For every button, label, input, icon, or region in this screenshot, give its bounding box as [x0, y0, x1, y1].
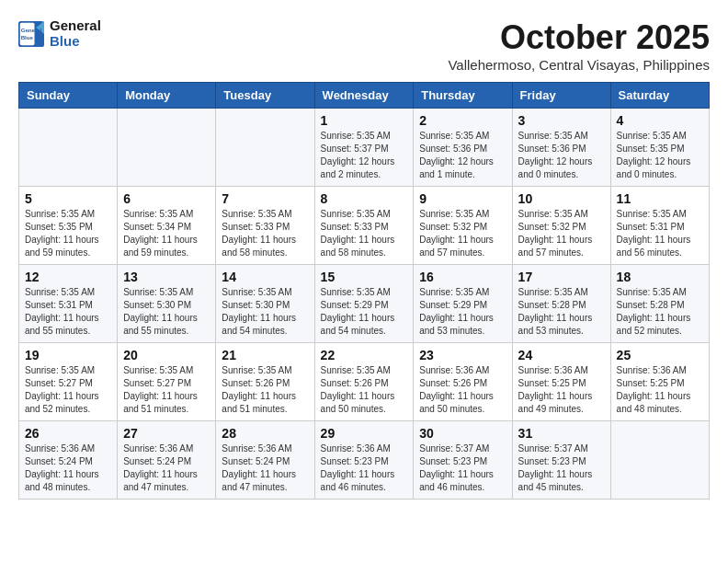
day-header: Wednesday [314, 83, 414, 109]
calendar-week-row: 26Sunrise: 5:36 AM Sunset: 5:24 PM Dayli… [19, 421, 710, 500]
day-info: Sunrise: 5:35 AM Sunset: 5:31 PM Dayligh… [617, 208, 703, 259]
calendar-cell: 11Sunrise: 5:35 AM Sunset: 5:31 PM Dayli… [610, 187, 709, 265]
calendar-week-row: 12Sunrise: 5:35 AM Sunset: 5:31 PM Dayli… [19, 265, 710, 343]
page-header: General Blue General Blue October 2025 V… [18, 18, 710, 73]
calendar-cell: 18Sunrise: 5:35 AM Sunset: 5:28 PM Dayli… [610, 265, 709, 343]
day-number: 1 [321, 113, 408, 128]
calendar-cell: 1Sunrise: 5:35 AM Sunset: 5:37 PM Daylig… [314, 109, 414, 187]
logo-icon: General Blue [18, 21, 44, 47]
calendar-cell: 8Sunrise: 5:35 AM Sunset: 5:33 PM Daylig… [314, 187, 414, 265]
calendar-cell: 22Sunrise: 5:35 AM Sunset: 5:26 PM Dayli… [314, 343, 414, 421]
calendar-cell: 17Sunrise: 5:35 AM Sunset: 5:28 PM Dayli… [512, 265, 610, 343]
day-number: 25 [617, 348, 703, 362]
calendar-cell [118, 109, 216, 187]
day-info: Sunrise: 5:35 AM Sunset: 5:36 PM Dayligh… [518, 130, 605, 181]
day-info: Sunrise: 5:35 AM Sunset: 5:28 PM Dayligh… [518, 286, 605, 338]
calendar-cell: 31Sunrise: 5:37 AM Sunset: 5:23 PM Dayli… [512, 421, 610, 500]
day-info: Sunrise: 5:36 AM Sunset: 5:25 PM Dayligh… [518, 364, 605, 416]
calendar-cell [216, 109, 314, 187]
day-info: Sunrise: 5:37 AM Sunset: 5:23 PM Dayligh… [518, 442, 605, 494]
day-number: 3 [518, 113, 605, 128]
day-info: Sunrise: 5:35 AM Sunset: 5:35 PM Dayligh… [617, 130, 703, 181]
calendar-cell: 24Sunrise: 5:36 AM Sunset: 5:25 PM Dayli… [512, 343, 610, 421]
day-number: 19 [25, 348, 111, 362]
day-number: 27 [123, 426, 210, 441]
day-number: 6 [123, 191, 210, 206]
title-area: October 2025 Vallehermoso, Central Visay… [448, 18, 710, 73]
day-number: 12 [25, 270, 111, 284]
day-info: Sunrise: 5:35 AM Sunset: 5:28 PM Dayligh… [617, 286, 703, 338]
day-number: 31 [518, 426, 605, 441]
day-info: Sunrise: 5:35 AM Sunset: 5:30 PM Dayligh… [123, 286, 210, 338]
day-info: Sunrise: 5:36 AM Sunset: 5:24 PM Dayligh… [25, 442, 111, 494]
day-info: Sunrise: 5:36 AM Sunset: 5:26 PM Dayligh… [419, 364, 506, 416]
day-info: Sunrise: 5:35 AM Sunset: 5:29 PM Dayligh… [419, 286, 506, 338]
calendar-cell: 7Sunrise: 5:35 AM Sunset: 5:33 PM Daylig… [216, 187, 314, 265]
day-info: Sunrise: 5:36 AM Sunset: 5:23 PM Dayligh… [321, 442, 408, 494]
day-info: Sunrise: 5:35 AM Sunset: 5:34 PM Dayligh… [123, 208, 210, 259]
day-info: Sunrise: 5:36 AM Sunset: 5:25 PM Dayligh… [617, 364, 703, 416]
calendar-cell: 25Sunrise: 5:36 AM Sunset: 5:25 PM Dayli… [610, 343, 709, 421]
day-info: Sunrise: 5:35 AM Sunset: 5:31 PM Dayligh… [25, 286, 111, 338]
day-info: Sunrise: 5:35 AM Sunset: 5:26 PM Dayligh… [321, 364, 408, 416]
day-header: Friday [512, 83, 610, 109]
day-info: Sunrise: 5:35 AM Sunset: 5:32 PM Dayligh… [419, 208, 506, 259]
calendar-cell: 30Sunrise: 5:37 AM Sunset: 5:23 PM Dayli… [414, 421, 512, 500]
day-info: Sunrise: 5:35 AM Sunset: 5:35 PM Dayligh… [25, 208, 111, 259]
calendar-week-row: 5Sunrise: 5:35 AM Sunset: 5:35 PM Daylig… [19, 187, 710, 265]
calendar-cell: 2Sunrise: 5:35 AM Sunset: 5:36 PM Daylig… [414, 109, 512, 187]
calendar-cell: 5Sunrise: 5:35 AM Sunset: 5:35 PM Daylig… [19, 187, 118, 265]
calendar-cell [19, 109, 118, 187]
day-number: 9 [419, 191, 506, 206]
day-number: 20 [123, 348, 210, 362]
day-info: Sunrise: 5:35 AM Sunset: 5:32 PM Dayligh… [518, 208, 605, 259]
calendar-cell: 9Sunrise: 5:35 AM Sunset: 5:32 PM Daylig… [414, 187, 512, 265]
calendar-cell: 15Sunrise: 5:35 AM Sunset: 5:29 PM Dayli… [314, 265, 414, 343]
day-info: Sunrise: 5:35 AM Sunset: 5:30 PM Dayligh… [222, 286, 308, 338]
day-info: Sunrise: 5:35 AM Sunset: 5:27 PM Dayligh… [25, 364, 111, 416]
day-info: Sunrise: 5:35 AM Sunset: 5:33 PM Dayligh… [321, 208, 408, 259]
day-info: Sunrise: 5:37 AM Sunset: 5:23 PM Dayligh… [419, 442, 506, 494]
calendar-cell: 3Sunrise: 5:35 AM Sunset: 5:36 PM Daylig… [512, 109, 610, 187]
svg-text:Blue: Blue [21, 34, 34, 40]
day-number: 28 [222, 426, 308, 441]
day-info: Sunrise: 5:35 AM Sunset: 5:33 PM Dayligh… [222, 208, 308, 259]
calendar-cell: 10Sunrise: 5:35 AM Sunset: 5:32 PM Dayli… [512, 187, 610, 265]
day-number: 22 [321, 348, 408, 362]
calendar-cell: 14Sunrise: 5:35 AM Sunset: 5:30 PM Dayli… [216, 265, 314, 343]
day-number: 2 [419, 113, 506, 128]
day-number: 29 [321, 426, 408, 441]
day-number: 21 [222, 348, 308, 362]
day-header: Monday [118, 83, 216, 109]
calendar-week-row: 1Sunrise: 5:35 AM Sunset: 5:37 PM Daylig… [19, 109, 710, 187]
day-info: Sunrise: 5:36 AM Sunset: 5:24 PM Dayligh… [222, 442, 308, 494]
day-number: 18 [617, 270, 703, 284]
day-number: 13 [123, 270, 210, 284]
day-number: 16 [419, 270, 506, 284]
calendar-cell: 16Sunrise: 5:35 AM Sunset: 5:29 PM Dayli… [414, 265, 512, 343]
day-number: 17 [518, 270, 605, 284]
calendar-cell [610, 421, 709, 500]
day-header: Sunday [19, 83, 118, 109]
day-number: 23 [419, 348, 506, 362]
calendar-table: SundayMondayTuesdayWednesdayThursdayFrid… [18, 82, 710, 500]
day-number: 15 [321, 270, 408, 284]
day-number: 5 [25, 191, 111, 206]
calendar-cell: 29Sunrise: 5:36 AM Sunset: 5:23 PM Dayli… [314, 421, 414, 500]
day-number: 24 [518, 348, 605, 362]
day-number: 10 [518, 191, 605, 206]
calendar-cell: 26Sunrise: 5:36 AM Sunset: 5:24 PM Dayli… [19, 421, 118, 500]
logo: General Blue General Blue [18, 18, 101, 49]
day-info: Sunrise: 5:35 AM Sunset: 5:29 PM Dayligh… [321, 286, 408, 338]
day-number: 14 [222, 270, 308, 284]
day-info: Sunrise: 5:36 AM Sunset: 5:24 PM Dayligh… [123, 442, 210, 494]
day-header: Tuesday [216, 83, 314, 109]
month-title: October 2025 [448, 18, 710, 57]
day-number: 8 [321, 191, 408, 206]
calendar-cell: 23Sunrise: 5:36 AM Sunset: 5:26 PM Dayli… [414, 343, 512, 421]
calendar-cell: 6Sunrise: 5:35 AM Sunset: 5:34 PM Daylig… [118, 187, 216, 265]
day-info: Sunrise: 5:35 AM Sunset: 5:37 PM Dayligh… [321, 130, 408, 181]
day-number: 26 [25, 426, 111, 441]
day-info: Sunrise: 5:35 AM Sunset: 5:27 PM Dayligh… [123, 364, 210, 416]
calendar-cell: 28Sunrise: 5:36 AM Sunset: 5:24 PM Dayli… [216, 421, 314, 500]
